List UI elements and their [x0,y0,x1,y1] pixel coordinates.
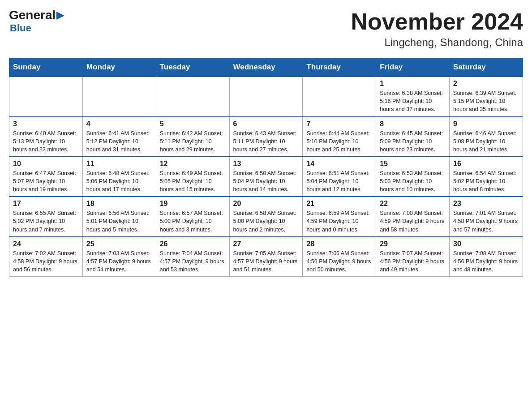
calendar-cell [9,77,83,116]
day-info: Sunrise: 6:38 AM Sunset: 5:16 PM Dayligh… [380,89,446,113]
title-block: November 2024 Lingcheng, Shandong, China [351,9,523,49]
calendar-cell: 21Sunrise: 6:59 AM Sunset: 4:59 PM Dayli… [303,197,376,236]
day-info: Sunrise: 6:40 AM Sunset: 5:13 PM Dayligh… [13,129,79,154]
calendar-cell: 1Sunrise: 6:38 AM Sunset: 5:16 PM Daylig… [376,77,450,116]
day-info: Sunrise: 6:42 AM Sunset: 5:11 PM Dayligh… [160,129,226,154]
day-info: Sunrise: 6:50 AM Sunset: 5:04 PM Dayligh… [233,169,299,193]
calendar-cell: 5Sunrise: 6:42 AM Sunset: 5:11 PM Daylig… [156,117,229,157]
day-number: 7 [306,120,372,128]
calendar-header-wednesday: Wednesday [229,58,303,77]
calendar-cell: 23Sunrise: 7:01 AM Sunset: 4:58 PM Dayli… [450,197,523,236]
calendar-cell: 15Sunrise: 6:53 AM Sunset: 5:03 PM Dayli… [376,157,450,197]
day-number: 1 [380,80,446,88]
calendar-cell: 6Sunrise: 6:43 AM Sunset: 5:11 PM Daylig… [229,117,303,157]
day-info: Sunrise: 6:45 AM Sunset: 5:09 PM Dayligh… [380,129,446,154]
calendar-cell: 12Sunrise: 6:49 AM Sunset: 5:05 PM Dayli… [156,157,229,197]
day-number: 30 [453,240,519,248]
calendar-cell: 20Sunrise: 6:58 AM Sunset: 5:00 PM Dayli… [229,197,303,236]
day-number: 3 [13,120,79,128]
day-number: 9 [453,120,519,128]
day-info: Sunrise: 6:57 AM Sunset: 5:00 PM Dayligh… [160,209,226,233]
day-info: Sunrise: 6:58 AM Sunset: 5:00 PM Dayligh… [233,209,299,233]
calendar-cell [229,77,303,116]
day-info: Sunrise: 6:55 AM Sunset: 5:02 PM Dayligh… [13,209,79,233]
logo-triangle-icon [56,12,64,20]
calendar-cell: 7Sunrise: 6:44 AM Sunset: 5:10 PM Daylig… [303,117,376,157]
day-number: 24 [13,240,79,248]
day-number: 16 [453,160,519,168]
day-number: 28 [306,240,372,248]
day-number: 25 [86,240,152,248]
day-number: 22 [380,200,446,208]
day-info: Sunrise: 7:06 AM Sunset: 4:56 PM Dayligh… [306,249,372,274]
day-number: 23 [453,200,519,208]
calendar-cell: 24Sunrise: 7:02 AM Sunset: 4:58 PM Dayli… [9,237,83,277]
day-info: Sunrise: 6:59 AM Sunset: 4:59 PM Dayligh… [306,209,372,233]
day-info: Sunrise: 6:41 AM Sunset: 5:12 PM Dayligh… [86,129,152,154]
calendar-week-row: 17Sunrise: 6:55 AM Sunset: 5:02 PM Dayli… [9,197,523,236]
calendar-cell: 9Sunrise: 6:46 AM Sunset: 5:08 PM Daylig… [450,117,523,157]
calendar-cell: 11Sunrise: 6:48 AM Sunset: 5:06 PM Dayli… [82,157,156,197]
day-number: 10 [13,160,79,168]
calendar-cell: 13Sunrise: 6:50 AM Sunset: 5:04 PM Dayli… [229,157,303,197]
day-number: 4 [86,120,152,128]
calendar-cell: 18Sunrise: 6:56 AM Sunset: 5:01 PM Dayli… [82,197,156,236]
logo: General Blue [9,9,64,34]
day-number: 20 [233,200,299,208]
calendar-header-sunday: Sunday [9,58,83,77]
page-header: General Blue November 2024 Lingcheng, Sh… [9,9,523,49]
day-number: 12 [160,160,226,168]
calendar-cell [82,77,156,116]
day-number: 27 [233,240,299,248]
svg-marker-0 [56,12,64,20]
calendar-cell: 22Sunrise: 7:00 AM Sunset: 4:59 PM Dayli… [376,197,450,236]
day-info: Sunrise: 7:02 AM Sunset: 4:58 PM Dayligh… [13,249,79,274]
day-info: Sunrise: 6:39 AM Sunset: 5:15 PM Dayligh… [453,89,519,113]
day-number: 5 [160,120,226,128]
calendar-title: November 2024 [351,9,523,34]
calendar-cell: 10Sunrise: 6:47 AM Sunset: 5:07 PM Dayli… [9,157,83,197]
day-info: Sunrise: 7:05 AM Sunset: 4:57 PM Dayligh… [233,249,299,274]
day-number: 18 [86,200,152,208]
calendar-header-monday: Monday [82,58,156,77]
day-info: Sunrise: 7:08 AM Sunset: 4:56 PM Dayligh… [453,249,519,274]
calendar-cell: 19Sunrise: 6:57 AM Sunset: 5:00 PM Dayli… [156,197,229,236]
day-info: Sunrise: 6:53 AM Sunset: 5:03 PM Dayligh… [380,169,446,193]
day-info: Sunrise: 7:03 AM Sunset: 4:57 PM Dayligh… [86,249,152,274]
calendar-subtitle: Lingcheng, Shandong, China [351,36,523,49]
calendar-cell: 8Sunrise: 6:45 AM Sunset: 5:09 PM Daylig… [376,117,450,157]
day-number: 26 [160,240,226,248]
calendar-table: SundayMondayTuesdayWednesdayThursdayFrid… [9,58,523,277]
day-info: Sunrise: 6:54 AM Sunset: 5:02 PM Dayligh… [453,169,519,193]
day-number: 2 [453,80,519,88]
day-info: Sunrise: 6:56 AM Sunset: 5:01 PM Dayligh… [86,209,152,233]
calendar-cell: 16Sunrise: 6:54 AM Sunset: 5:02 PM Dayli… [450,157,523,197]
logo-general: General [9,9,56,21]
calendar-header-thursday: Thursday [303,58,376,77]
day-info: Sunrise: 6:51 AM Sunset: 5:04 PM Dayligh… [306,169,372,193]
calendar-cell [303,77,376,116]
day-info: Sunrise: 6:48 AM Sunset: 5:06 PM Dayligh… [86,169,152,193]
calendar-cell: 4Sunrise: 6:41 AM Sunset: 5:12 PM Daylig… [82,117,156,157]
calendar-cell: 3Sunrise: 6:40 AM Sunset: 5:13 PM Daylig… [9,117,83,157]
calendar-cell: 2Sunrise: 6:39 AM Sunset: 5:15 PM Daylig… [450,77,523,116]
day-number: 17 [13,200,79,208]
day-number: 14 [306,160,372,168]
day-number: 29 [380,240,446,248]
day-info: Sunrise: 6:49 AM Sunset: 5:05 PM Dayligh… [160,169,226,193]
day-number: 6 [233,120,299,128]
day-number: 19 [160,200,226,208]
calendar-week-row: 1Sunrise: 6:38 AM Sunset: 5:16 PM Daylig… [9,77,523,116]
calendar-cell: 26Sunrise: 7:04 AM Sunset: 4:57 PM Dayli… [156,237,229,277]
calendar-cell: 25Sunrise: 7:03 AM Sunset: 4:57 PM Dayli… [82,237,156,277]
calendar-cell: 27Sunrise: 7:05 AM Sunset: 4:57 PM Dayli… [229,237,303,277]
calendar-header-friday: Friday [376,58,450,77]
day-info: Sunrise: 6:43 AM Sunset: 5:11 PM Dayligh… [233,129,299,154]
day-number: 13 [233,160,299,168]
calendar-header-saturday: Saturday [450,58,523,77]
calendar-cell: 17Sunrise: 6:55 AM Sunset: 5:02 PM Dayli… [9,197,83,236]
day-info: Sunrise: 6:44 AM Sunset: 5:10 PM Dayligh… [306,129,372,154]
day-number: 21 [306,200,372,208]
day-info: Sunrise: 7:07 AM Sunset: 4:56 PM Dayligh… [380,249,446,274]
day-info: Sunrise: 7:01 AM Sunset: 4:58 PM Dayligh… [453,209,519,233]
